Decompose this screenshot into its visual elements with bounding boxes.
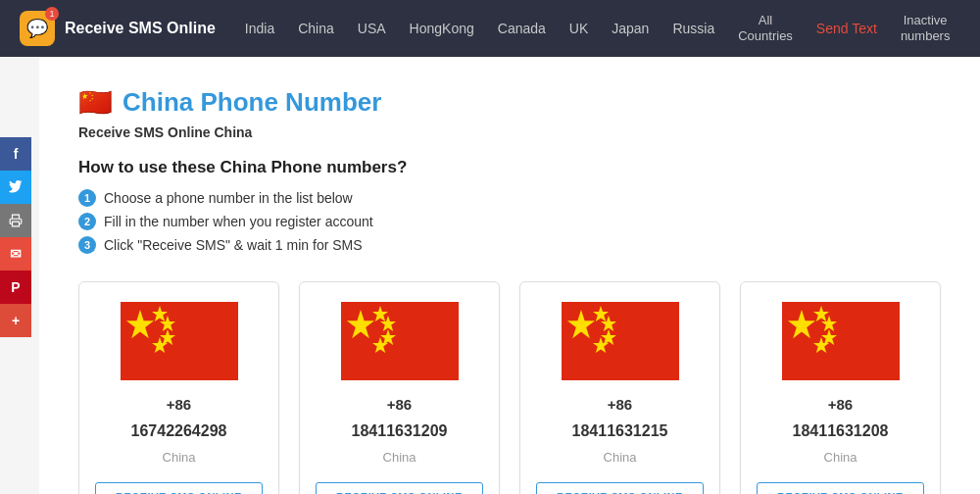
step-badge-3: 3 bbox=[78, 236, 96, 254]
phone-country-4: China bbox=[824, 450, 858, 465]
svg-rect-0 bbox=[121, 302, 238, 380]
brand-name: Receive SMS Online bbox=[65, 20, 216, 37]
phone-cards-container: +86 16742264298 China RECEIVE SMS ONLINE… bbox=[78, 281, 941, 494]
brand[interactable]: 💬 1 Receive SMS Online bbox=[20, 11, 216, 46]
inactive-line1: Inactive bbox=[904, 13, 948, 28]
nav-all-countries[interactable]: All Countries bbox=[738, 13, 793, 43]
receive-sms-button-3[interactable]: RECEIVE SMS ONLINE bbox=[536, 482, 704, 494]
phone-number-3: 18411631215 bbox=[572, 422, 668, 440]
instruction-1: 1 Choose a phone number in the list belo… bbox=[78, 189, 941, 207]
china-flag-card-4 bbox=[782, 302, 900, 380]
plus-share-button[interactable]: + bbox=[0, 304, 31, 337]
print-share-button[interactable] bbox=[0, 204, 31, 237]
page-title: China Phone Number bbox=[122, 87, 381, 118]
page-subtitle: Receive SMS Online China bbox=[78, 124, 941, 140]
instruction-3-text: Click "Receive SMS" & wait 1 min for SMS bbox=[104, 237, 363, 253]
instruction-2: 2 Fill in the number when you register a… bbox=[78, 213, 941, 230]
twitter-share-button[interactable] bbox=[0, 171, 31, 204]
all-countries-line2: Countries bbox=[738, 28, 793, 44]
nav-uk[interactable]: UK bbox=[569, 21, 588, 36]
brand-icon-symbol: 💬 bbox=[26, 18, 48, 39]
phone-country-2: China bbox=[383, 450, 416, 465]
phone-card-1: +86 16742264298 China RECEIVE SMS ONLINE bbox=[78, 281, 279, 494]
instruction-3: 3 Click "Receive SMS" & wait 1 min for S… bbox=[78, 236, 941, 254]
step-badge-2: 2 bbox=[78, 213, 96, 230]
navbar: 💬 1 Receive SMS Online India China USA H… bbox=[0, 0, 980, 57]
notification-badge: 1 bbox=[45, 7, 59, 21]
nav-japan[interactable]: Japan bbox=[612, 21, 649, 36]
china-flag-card-1 bbox=[121, 302, 238, 380]
phone-code-3: +86 bbox=[608, 396, 632, 413]
instruction-1-text: Choose a phone number in the list below bbox=[104, 190, 353, 206]
svg-rect-12 bbox=[562, 302, 679, 380]
nav-india[interactable]: India bbox=[245, 21, 274, 36]
china-flag-emoji: 🇨🇳 bbox=[78, 86, 113, 119]
facebook-share-button[interactable]: f bbox=[0, 137, 31, 171]
phone-card-2: +86 18411631209 China RECEIVE SMS ONLINE bbox=[299, 281, 500, 494]
nav-china[interactable]: China bbox=[298, 21, 334, 36]
instructions-list: 1 Choose a phone number in the list belo… bbox=[78, 189, 941, 254]
phone-card-3: +86 18411631215 China RECEIVE SMS ONLINE bbox=[519, 281, 720, 494]
nav-russia[interactable]: Russia bbox=[672, 21, 714, 36]
nav-inactive-numbers[interactable]: Inactive numbers bbox=[901, 13, 951, 43]
nav-links: India China USA HongKong Canada UK Japan… bbox=[245, 13, 960, 43]
phone-number-4: 18411631208 bbox=[793, 422, 889, 440]
nav-canada[interactable]: Canada bbox=[498, 21, 546, 36]
phone-country-1: China bbox=[163, 450, 196, 465]
inactive-line2: numbers bbox=[901, 28, 951, 44]
svg-rect-18 bbox=[782, 302, 900, 380]
how-to-title: How to use these China Phone numbers? bbox=[78, 158, 941, 177]
email-share-button[interactable]: ✉ bbox=[0, 237, 31, 271]
china-flag-card-2 bbox=[341, 302, 459, 380]
brand-icon: 💬 1 bbox=[20, 11, 55, 46]
social-sidebar: f ✉ P + bbox=[0, 137, 31, 337]
pinterest-share-button[interactable]: P bbox=[0, 271, 31, 304]
nav-hongkong[interactable]: HongKong bbox=[410, 21, 474, 36]
all-countries-line1: All bbox=[759, 13, 772, 28]
phone-card-4: +86 18411631208 China RECEIVE SMS ONLINE bbox=[740, 281, 941, 494]
phone-code-4: +86 bbox=[828, 396, 853, 413]
phone-number-1: 16742264298 bbox=[131, 422, 227, 440]
step-badge-1: 1 bbox=[78, 189, 96, 207]
main-content: 🇨🇳 China Phone Number Receive SMS Online… bbox=[39, 57, 980, 494]
receive-sms-button-1[interactable]: RECEIVE SMS ONLINE bbox=[95, 482, 263, 494]
nav-send-text[interactable]: Send Text bbox=[816, 21, 877, 36]
phone-code-2: +86 bbox=[387, 396, 412, 413]
receive-sms-button-4[interactable]: RECEIVE SMS ONLINE bbox=[757, 482, 924, 494]
page-title-row: 🇨🇳 China Phone Number bbox=[78, 86, 941, 119]
instruction-2-text: Fill in the number when you register acc… bbox=[104, 214, 373, 229]
receive-sms-button-2[interactable]: RECEIVE SMS ONLINE bbox=[316, 482, 483, 494]
phone-number-2: 18411631209 bbox=[352, 422, 448, 440]
svg-rect-6 bbox=[341, 302, 459, 380]
nav-usa[interactable]: USA bbox=[358, 21, 386, 36]
china-flag-card-3 bbox=[562, 302, 679, 380]
phone-country-3: China bbox=[604, 450, 637, 465]
phone-code-1: +86 bbox=[167, 396, 191, 413]
